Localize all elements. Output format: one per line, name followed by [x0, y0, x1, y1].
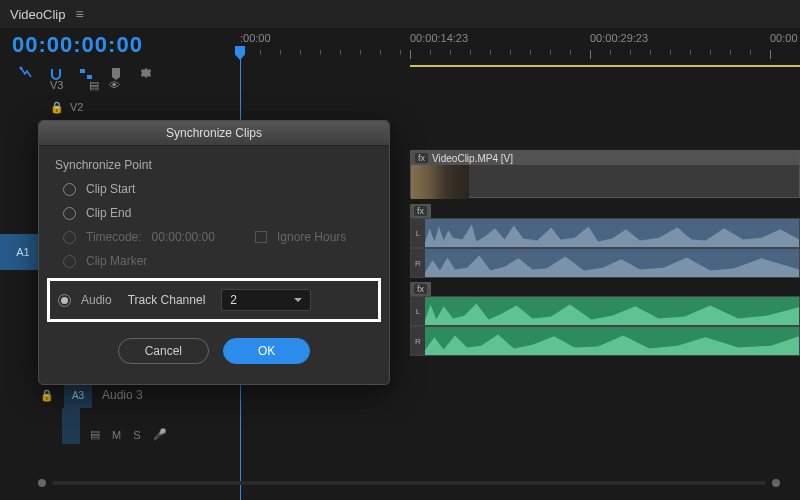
track-channel-select[interactable]: 2	[221, 289, 311, 311]
scroll-knob-left[interactable]	[38, 479, 46, 487]
track-a3-label: Audio 3	[102, 388, 143, 402]
eye-icon[interactable]: 👁	[109, 79, 120, 92]
audio-clip-a2-r[interactable]: R	[410, 326, 800, 356]
track-head-v2[interactable]: 🔒V2	[0, 96, 240, 118]
horizontal-scrollbar[interactable]	[38, 478, 780, 488]
ok-button[interactable]: OK	[223, 338, 310, 364]
cancel-button[interactable]: Cancel	[118, 338, 209, 364]
ruler-label: :00:00	[240, 32, 271, 44]
ruler-ticks	[240, 50, 800, 62]
svg-rect-1	[80, 69, 85, 73]
track-head-v3[interactable]: V3 ▤👁	[0, 74, 240, 96]
fx-badge: fx	[410, 204, 431, 218]
sequence-name: VideoClip	[10, 7, 65, 22]
scroll-knob-right[interactable]	[772, 479, 780, 487]
film-icon[interactable]: ▤	[90, 428, 100, 441]
work-area-bar[interactable]	[410, 65, 800, 67]
mic-icon[interactable]: 🎤	[153, 428, 167, 441]
ruler-label: 00:00	[770, 32, 798, 44]
panel-menu-icon[interactable]: ≡	[75, 6, 83, 22]
film-icon[interactable]: ▤	[89, 79, 99, 92]
synchronize-clips-dialog: Synchronize Clips Synchronize Point Clip…	[38, 120, 390, 385]
timecode-value: 00:00:00:00	[152, 230, 215, 244]
sync-point-label: Synchronize Point	[55, 158, 373, 172]
audio-clip-a2-l[interactable]: L	[410, 296, 800, 326]
ignore-hours-checkbox	[255, 231, 267, 243]
lock-icon[interactable]: 🔒	[50, 101, 64, 114]
fx-badge: fx	[410, 282, 431, 296]
radio-clip-start[interactable]: Clip Start	[55, 182, 373, 196]
ruler-label: 00:00:14:23	[410, 32, 468, 44]
track-head-a3[interactable]: A3	[64, 382, 92, 408]
track-channel-label: Track Channel	[128, 293, 206, 307]
current-timecode[interactable]: 00:00:00:00	[12, 32, 143, 58]
dialog-title: Synchronize Clips	[39, 121, 389, 146]
audio-clip-a1-l[interactable]: L	[410, 218, 800, 248]
radio-timecode: Timecode: 00:00:00:00 Ignore Hours	[55, 230, 373, 244]
clip-name: VideoClip.MP4 [V]	[432, 153, 513, 164]
svg-point-0	[20, 67, 23, 70]
track-footer-tools: ▤ M S 🎤	[90, 428, 167, 441]
lock-icon[interactable]: 🔒	[40, 389, 54, 402]
video-clip[interactable]: fx VideoClip.MP4 [V]	[410, 150, 800, 198]
clip-thumbnail	[411, 165, 469, 199]
mute-letter[interactable]: M	[112, 429, 121, 441]
audio-clip-a1-r[interactable]: R	[410, 248, 800, 278]
track-selection-indicator	[62, 408, 80, 444]
audio-option-highlight: Audio Track Channel 2	[47, 278, 381, 322]
timeline-ruler[interactable]: :00:00 00:00:14:23 00:00:29:23 00:00	[240, 32, 800, 52]
radio-clip-marker: Clip Marker	[55, 254, 373, 268]
fx-badge: fx	[415, 153, 428, 163]
solo-letter[interactable]: S	[133, 429, 140, 441]
radio-audio[interactable]: Audio	[58, 293, 112, 307]
radio-clip-end[interactable]: Clip End	[55, 206, 373, 220]
ruler-label: 00:00:29:23	[590, 32, 648, 44]
